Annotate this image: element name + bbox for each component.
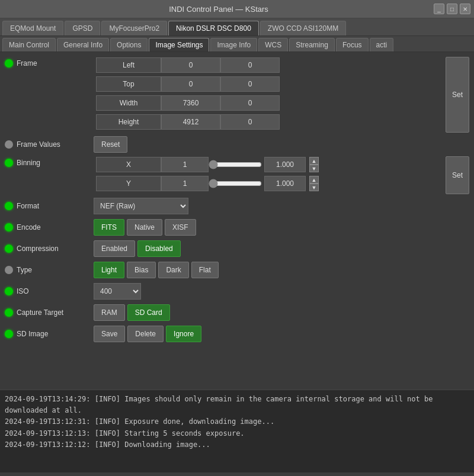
sd-image-indicator <box>5 330 13 338</box>
frame-left-val2[interactable] <box>220 57 280 73</box>
tab-image-settings[interactable]: Image Settings <box>149 38 209 52</box>
binning-x-slider[interactable] <box>209 160 262 169</box>
compression-disabled-button[interactable]: Disabled <box>137 240 181 257</box>
frame-indicator <box>5 59 13 67</box>
format-dropdown[interactable]: NEF (Raw) JPEG TIFF <box>94 198 188 214</box>
iso-dropdown[interactable]: 100 200 400 800 1600 3200 <box>94 283 141 300</box>
title-bar: INDI Control Panel — KStars _ □ ✕ <box>0 0 474 18</box>
main-content: Frame <box>0 52 474 390</box>
frame-top-val1[interactable] <box>161 76 220 92</box>
tab-general-info[interactable]: General Info <box>57 38 109 52</box>
iso-label: ISO <box>17 287 94 295</box>
type-dark-button[interactable]: Dark <box>158 262 188 278</box>
frame-row-width <box>96 95 442 111</box>
frame-values-label: Frame Values <box>17 140 94 149</box>
type-light-button[interactable]: Light <box>94 262 124 278</box>
type-row: Type Light Bias Dark Flat <box>5 260 469 279</box>
format-label: Format <box>17 202 94 210</box>
device-tab-zwo[interactable]: ZWO CCD ASI120MM <box>260 21 346 36</box>
app-title: INDI Control Panel — KStars <box>4 5 434 14</box>
encode-fits-button[interactable]: FITS <box>94 219 124 236</box>
log-entry-4: 2024-09-19T13:12:12: [INFO] Downloading … <box>5 439 469 451</box>
device-tab-gpsd[interactable]: GPSD <box>65 21 100 36</box>
frame-height-val2[interactable] <box>220 114 280 130</box>
capture-target-row: Capture Target RAM SD Card <box>5 303 469 322</box>
frame-rows <box>96 57 442 133</box>
frame-top-val2[interactable] <box>220 76 280 92</box>
capture-target-sd-button[interactable]: SD Card <box>127 304 170 321</box>
binning-y-slider[interactable] <box>209 179 262 188</box>
page-tabs: Main Control General Info Options Image … <box>0 36 474 52</box>
binning-y-slider-container: ▲ ▼ <box>209 176 319 191</box>
frame-set-button[interactable]: Set <box>446 57 469 133</box>
log-entry-1: 2024-09-19T13:14:29: [INFO] Images shoul… <box>5 394 469 416</box>
sd-image-row: SD Image Save Delete Ignore <box>5 324 469 343</box>
compression-enabled-button[interactable]: Enabled <box>94 240 135 257</box>
frame-label: Frame <box>17 59 94 67</box>
binning-y-spinner[interactable] <box>264 176 306 191</box>
device-tab-nikon[interactable]: Nikon DSLR DSC D800 <box>168 21 259 36</box>
binning-y-down[interactable]: ▼ <box>309 184 319 191</box>
frame-height-label <box>96 114 161 130</box>
binning-y-val[interactable] <box>161 176 209 191</box>
binning-x-down[interactable]: ▼ <box>309 165 319 172</box>
capture-target-ram-button[interactable]: RAM <box>94 304 125 321</box>
frame-top-label <box>96 76 161 92</box>
capture-target-controls: RAM SD Card <box>94 304 469 321</box>
frame-left-label <box>96 57 161 73</box>
device-tab-focuser[interactable]: MyFocuserPro2 <box>101 21 167 36</box>
iso-controls: 100 200 400 800 1600 3200 <box>94 283 469 300</box>
frame-row-left <box>96 57 442 73</box>
binning-set-button[interactable]: Set <box>446 156 469 194</box>
frame-width-val1[interactable] <box>161 95 220 111</box>
frame-width-val2[interactable] <box>220 95 280 111</box>
window-controls[interactable]: _ □ ✕ <box>434 4 470 14</box>
encode-native-button[interactable]: Native <box>127 219 162 236</box>
type-label: Type <box>17 266 94 274</box>
tab-main-control[interactable]: Main Control <box>2 38 56 52</box>
binning-x-spinner[interactable] <box>264 157 306 172</box>
binning-row-y: ▲ ▼ <box>96 175 442 192</box>
close-button[interactable]: ✕ <box>460 4 470 14</box>
device-tabs: EQMod Mount GPSD MyFocuserPro2 Nikon DSL… <box>0 18 474 36</box>
tab-image-info[interactable]: Image Info <box>210 38 257 52</box>
sd-image-save-button[interactable]: Save <box>94 326 125 342</box>
encode-row: Encode FITS Native XISF <box>5 218 469 237</box>
sd-image-controls: Save Delete Ignore <box>94 326 469 342</box>
format-indicator <box>5 202 13 210</box>
frame-values-controls: Reset <box>94 136 469 153</box>
encode-label: Encode <box>17 223 94 231</box>
frame-width-label <box>96 95 161 111</box>
binning-x-slider-container: ▲ ▼ <box>209 157 319 172</box>
sd-image-delete-button[interactable]: Delete <box>127 326 164 342</box>
binning-x-up[interactable]: ▲ <box>309 157 319 165</box>
compression-label: Compression <box>17 245 94 253</box>
compression-row: Compression Enabled Disabled <box>5 239 469 258</box>
log-entry-3: 2024-09-19T13:12:13: [INFO] Starting 5 s… <box>5 428 469 439</box>
tab-acti[interactable]: acti <box>370 38 394 52</box>
sd-image-ignore-button[interactable]: Ignore <box>166 326 201 342</box>
type-bias-button[interactable]: Bias <box>127 262 156 278</box>
tab-focus[interactable]: Focus <box>336 38 369 52</box>
maximize-button[interactable]: □ <box>447 4 457 14</box>
tab-options[interactable]: Options <box>110 38 148 52</box>
frame-height-val1[interactable] <box>161 114 220 130</box>
log-entry-2: 2024-09-19T13:12:31: [INFO] Exposure don… <box>5 416 469 427</box>
tab-wcs[interactable]: WCS <box>258 38 288 52</box>
tab-streaming[interactable]: Streaming <box>289 38 335 52</box>
capture-target-label: Capture Target <box>17 308 94 317</box>
frame-left-val1[interactable] <box>161 57 220 73</box>
binning-y-up[interactable]: ▲ <box>309 176 319 184</box>
reset-button[interactable]: Reset <box>94 136 127 153</box>
frame-values-row: Frame Values Reset <box>5 135 469 154</box>
binning-y-label <box>96 176 161 191</box>
iso-indicator <box>5 287 13 295</box>
binning-section: Binning ▲ ▼ <box>5 156 469 194</box>
device-tab-eqmod[interactable]: EQMod Mount <box>2 21 63 36</box>
compression-controls: Enabled Disabled <box>94 240 469 257</box>
encode-xisf-button[interactable]: XISF <box>165 219 196 236</box>
type-flat-button[interactable]: Flat <box>191 262 219 278</box>
minimize-button[interactable]: _ <box>434 4 444 14</box>
log-area: 2024-09-19T13:14:29: [INFO] Images shoul… <box>0 390 474 472</box>
binning-x-val[interactable] <box>161 157 209 172</box>
